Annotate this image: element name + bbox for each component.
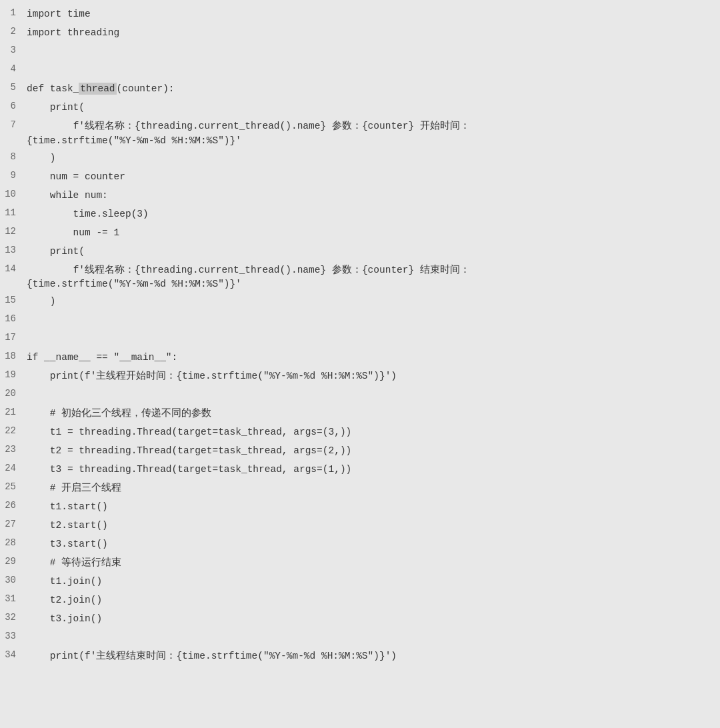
line-content: t1.start() [27, 499, 108, 515]
line-content: # 初始化三个线程，传递不同的参数 [27, 405, 211, 421]
table-row: 33 [0, 629, 720, 647]
line-content: # 开启三个线程 [27, 480, 121, 496]
line-content: print(f'主线程开始时间：{time.strftime("%Y-%m-%d… [27, 368, 397, 384]
table-row: 20 [0, 386, 720, 405]
table-row: 27 t2.start() [0, 517, 720, 535]
table-row: 8 ) [0, 149, 720, 168]
line-content: f'线程名称：{threading.current_thread().name}… [27, 118, 470, 149]
line-number: 34 [0, 648, 27, 660]
line-content: t3.start() [27, 536, 108, 552]
line-content: t3 = threading.Thread(target=task_thread… [27, 461, 351, 477]
table-row: 29 # 等待运行结束 [0, 554, 720, 573]
line-number: 26 [0, 499, 27, 511]
line-content: ) [27, 293, 56, 309]
line-content: ) [27, 150, 56, 166]
line-number: 10 [0, 187, 27, 199]
table-row: 31 t2.join() [0, 591, 720, 610]
table-row: 23 t2 = threading.Thread(target=task_thr… [0, 442, 720, 461]
line-number: 15 [0, 293, 27, 305]
line-number: 14 [0, 262, 27, 274]
line-content: print( [27, 243, 85, 259]
line-number: 17 [0, 331, 27, 343]
line-content: # 等待运行结束 [27, 555, 121, 571]
line-number: 9 [0, 169, 27, 181]
line-number: 12 [0, 225, 27, 237]
line-number: 5 [0, 81, 27, 93]
line-number: 27 [0, 517, 27, 529]
line-number: 28 [0, 536, 27, 548]
table-row: 17 [0, 330, 720, 349]
table-row: 10 while num: [0, 187, 720, 205]
line-number: 7 [0, 118, 27, 130]
line-number: 3 [0, 43, 27, 55]
line-content: num -= 1 [27, 225, 119, 241]
line-content: def task_thread(counter): [27, 81, 175, 97]
table-row: 18if __name__ == "__main__": [0, 349, 720, 367]
table-row: 14 f'线程名称：{threading.current_thread().na… [0, 261, 720, 293]
table-row: 24 t3 = threading.Thread(target=task_thr… [0, 461, 720, 479]
table-row: 19 print(f'主线程开始时间：{time.strftime("%Y-%m… [0, 367, 720, 386]
line-number: 32 [0, 611, 27, 623]
table-row: 4 [0, 61, 720, 80]
line-number: 13 [0, 243, 27, 255]
table-row: 22 t1 = threading.Thread(target=task_thr… [0, 423, 720, 442]
table-row: 11 time.sleep(3) [0, 205, 720, 224]
highlight-thread: thread [79, 83, 116, 95]
table-row: 15 ) [0, 293, 720, 311]
line-content: print( [27, 99, 85, 115]
table-row: 16 [0, 311, 720, 330]
line-content: t2.start() [27, 517, 108, 533]
line-content: t1 = threading.Thread(target=task_thread… [27, 424, 351, 440]
line-content: print(f'主线程结束时间：{time.strftime("%Y-%m-%d… [27, 648, 397, 664]
line-content: import time [27, 6, 91, 22]
line-number: 29 [0, 555, 27, 567]
table-row: 25 # 开启三个线程 [0, 479, 720, 498]
table-row: 2import threading [0, 24, 720, 43]
line-number: 4 [0, 62, 27, 74]
line-content: num = counter [27, 169, 125, 185]
line-number: 16 [0, 312, 27, 324]
line-number: 21 [0, 405, 27, 417]
line-number: 25 [0, 480, 27, 492]
code-editor: 1import time2import threading345def task… [0, 0, 720, 728]
line-number: 30 [0, 573, 27, 585]
line-number: 19 [0, 368, 27, 380]
table-row: 3 [0, 43, 720, 61]
line-number: 18 [0, 349, 27, 361]
table-row: 30 t1.join() [0, 573, 720, 591]
line-content: while num: [27, 187, 108, 203]
table-row: 28 t3.start() [0, 535, 720, 554]
line-number: 8 [0, 150, 27, 162]
table-row: 13 print( [0, 243, 720, 261]
line-number: 1 [0, 6, 27, 18]
line-number: 20 [0, 387, 27, 399]
table-row: 12 num -= 1 [0, 224, 720, 243]
line-number: 23 [0, 443, 27, 455]
line-content: time.sleep(3) [27, 206, 149, 222]
line-content: t2 = threading.Thread(target=task_thread… [27, 443, 351, 459]
line-number: 2 [0, 25, 27, 37]
table-row: 21 # 初始化三个线程，传递不同的参数 [0, 405, 720, 423]
line-content: t1.join() [27, 573, 102, 589]
line-number: 22 [0, 424, 27, 436]
table-row: 26 t1.start() [0, 498, 720, 517]
line-content: if __name__ == "__main__": [27, 349, 177, 365]
table-row: 1import time [0, 5, 720, 24]
table-row: 5def task_thread(counter): [0, 80, 720, 99]
line-content: t2.join() [27, 592, 102, 608]
line-content: import threading [27, 25, 119, 41]
table-row: 7 f'线程名称：{threading.current_thread().nam… [0, 117, 720, 149]
line-number: 24 [0, 461, 27, 473]
line-number: 31 [0, 592, 27, 604]
table-row: 9 num = counter [0, 168, 720, 187]
table-row: 32 t3.join() [0, 610, 720, 629]
line-number: 6 [0, 99, 27, 111]
line-number: 33 [0, 629, 27, 641]
line-content: t3.join() [27, 611, 102, 627]
table-row: 34 print(f'主线程结束时间：{time.strftime("%Y-%m… [0, 647, 720, 666]
line-number: 11 [0, 206, 27, 218]
line-content: f'线程名称：{threading.current_thread().name}… [27, 262, 470, 293]
table-row: 6 print( [0, 99, 720, 117]
